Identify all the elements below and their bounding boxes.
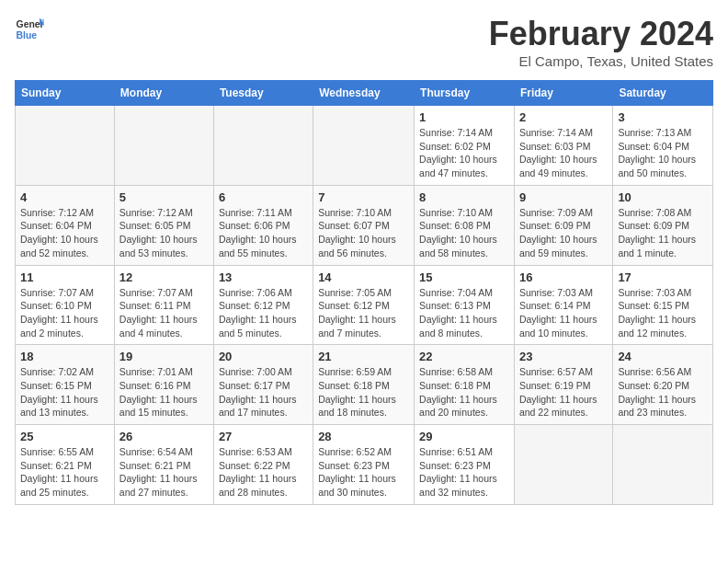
table-row: 8Sunrise: 7:10 AM Sunset: 6:08 PM Daylig… [415,185,515,265]
table-row: 3Sunrise: 7:13 AM Sunset: 6:04 PM Daylig… [613,106,713,186]
col-thursday: Thursday [415,81,515,106]
day-info: Sunrise: 6:56 AM Sunset: 6:20 PM Dayligh… [618,365,708,419]
calendar-subtitle: El Campo, Texas, United States [489,53,713,69]
table-row: 7Sunrise: 7:10 AM Sunset: 6:07 PM Daylig… [313,185,415,265]
logo-icon: General Blue [15,15,44,44]
day-info: Sunrise: 6:58 AM Sunset: 6:18 PM Dayligh… [419,365,509,419]
day-number: 11 [20,270,109,284]
table-row: 17Sunrise: 7:03 AM Sunset: 6:15 PM Dayli… [613,265,713,345]
table-row: 4Sunrise: 7:12 AM Sunset: 6:04 PM Daylig… [16,185,115,265]
day-number: 27 [219,430,308,443]
day-number: 29 [419,430,509,443]
calendar-header-row: Sunday Monday Tuesday Wednesday Thursday… [16,81,713,106]
table-row: 25Sunrise: 6:55 AM Sunset: 6:21 PM Dayli… [16,425,115,505]
day-info: Sunrise: 7:09 AM Sunset: 6:09 PM Dayligh… [519,206,608,260]
day-info: Sunrise: 7:12 AM Sunset: 6:04 PM Dayligh… [20,206,109,260]
day-info: Sunrise: 7:01 AM Sunset: 6:16 PM Dayligh… [119,365,209,419]
day-number: 2 [519,110,608,124]
calendar-week-row: 18Sunrise: 7:02 AM Sunset: 6:15 PM Dayli… [16,345,713,425]
day-number: 24 [618,350,708,363]
day-number: 26 [119,430,209,443]
table-row: 5Sunrise: 7:12 AM Sunset: 6:05 PM Daylig… [114,185,213,265]
col-tuesday: Tuesday [213,81,313,106]
day-info: Sunrise: 7:06 AM Sunset: 6:12 PM Dayligh… [219,286,308,340]
day-info: Sunrise: 6:59 AM Sunset: 6:18 PM Dayligh… [318,365,409,419]
day-info: Sunrise: 7:13 AM Sunset: 6:04 PM Dayligh… [618,126,708,180]
table-row: 13Sunrise: 7:06 AM Sunset: 6:12 PM Dayli… [213,265,313,345]
table-row: 12Sunrise: 7:07 AM Sunset: 6:11 PM Dayli… [114,265,213,345]
table-row: 10Sunrise: 7:08 AM Sunset: 6:09 PM Dayli… [613,185,713,265]
day-info: Sunrise: 6:52 AM Sunset: 6:23 PM Dayligh… [318,445,409,500]
table-row: 16Sunrise: 7:03 AM Sunset: 6:14 PM Dayli… [514,265,612,345]
day-info: Sunrise: 7:11 AM Sunset: 6:06 PM Dayligh… [219,206,308,260]
table-row: 9Sunrise: 7:09 AM Sunset: 6:09 PM Daylig… [514,185,612,265]
table-row: 18Sunrise: 7:02 AM Sunset: 6:15 PM Dayli… [16,345,115,425]
day-info: Sunrise: 6:51 AM Sunset: 6:23 PM Dayligh… [419,445,509,500]
calendar-title: February 2024 [489,15,713,53]
day-number: 5 [119,190,209,204]
day-number: 16 [519,270,608,284]
table-row: 14Sunrise: 7:05 AM Sunset: 6:12 PM Dayli… [313,265,415,345]
table-row [114,106,213,186]
day-number: 18 [20,350,109,363]
day-number: 1 [419,110,509,124]
day-info: Sunrise: 6:55 AM Sunset: 6:21 PM Dayligh… [20,445,109,500]
day-info: Sunrise: 7:08 AM Sunset: 6:09 PM Dayligh… [618,206,708,260]
day-info: Sunrise: 7:10 AM Sunset: 6:07 PM Dayligh… [318,206,409,260]
col-sunday: Sunday [16,81,115,106]
day-info: Sunrise: 7:00 AM Sunset: 6:17 PM Dayligh… [219,365,308,419]
calendar-table: Sunday Monday Tuesday Wednesday Thursday… [15,80,713,505]
day-info: Sunrise: 7:14 AM Sunset: 6:03 PM Dayligh… [519,126,608,180]
page-header: General Blue February 2024 El Campo, Tex… [15,15,713,69]
calendar-week-row: 4Sunrise: 7:12 AM Sunset: 6:04 PM Daylig… [16,185,713,265]
day-number: 4 [20,190,109,204]
day-info: Sunrise: 6:53 AM Sunset: 6:22 PM Dayligh… [219,445,308,500]
day-number: 21 [318,350,409,363]
day-number: 12 [119,270,209,284]
day-number: 8 [419,190,509,204]
day-info: Sunrise: 7:07 AM Sunset: 6:10 PM Dayligh… [20,286,109,340]
table-row: 11Sunrise: 7:07 AM Sunset: 6:10 PM Dayli… [16,265,115,345]
day-number: 10 [618,190,708,204]
day-info: Sunrise: 7:05 AM Sunset: 6:12 PM Dayligh… [318,286,409,340]
day-info: Sunrise: 7:03 AM Sunset: 6:15 PM Dayligh… [618,286,708,340]
logo: General Blue [15,15,44,44]
calendar-week-row: 1Sunrise: 7:14 AM Sunset: 6:02 PM Daylig… [16,106,713,186]
day-number: 17 [618,270,708,284]
title-area: February 2024 El Campo, Texas, United St… [489,15,713,69]
day-info: Sunrise: 7:12 AM Sunset: 6:05 PM Dayligh… [119,206,209,260]
table-row: 21Sunrise: 6:59 AM Sunset: 6:18 PM Dayli… [313,345,415,425]
calendar-week-row: 11Sunrise: 7:07 AM Sunset: 6:10 PM Dayli… [16,265,713,345]
col-saturday: Saturday [613,81,713,106]
day-number: 9 [519,190,608,204]
table-row: 28Sunrise: 6:52 AM Sunset: 6:23 PM Dayli… [313,425,415,505]
day-info: Sunrise: 7:02 AM Sunset: 6:15 PM Dayligh… [20,365,109,419]
day-number: 28 [318,430,409,443]
col-friday: Friday [514,81,612,106]
table-row: 29Sunrise: 6:51 AM Sunset: 6:23 PM Dayli… [415,425,515,505]
table-row [613,425,713,505]
table-row: 2Sunrise: 7:14 AM Sunset: 6:03 PM Daylig… [514,106,612,186]
day-info: Sunrise: 7:10 AM Sunset: 6:08 PM Dayligh… [419,206,509,260]
day-number: 6 [219,190,308,204]
table-row: 23Sunrise: 6:57 AM Sunset: 6:19 PM Dayli… [514,345,612,425]
table-row [16,106,115,186]
day-number: 14 [318,270,409,284]
day-number: 19 [119,350,209,363]
day-number: 13 [219,270,308,284]
table-row: 20Sunrise: 7:00 AM Sunset: 6:17 PM Dayli… [213,345,313,425]
table-row: 15Sunrise: 7:04 AM Sunset: 6:13 PM Dayli… [415,265,515,345]
day-info: Sunrise: 7:03 AM Sunset: 6:14 PM Dayligh… [519,286,608,340]
day-number: 25 [20,430,109,443]
day-number: 3 [618,110,708,124]
day-number: 22 [419,350,509,363]
day-number: 15 [419,270,509,284]
day-info: Sunrise: 7:14 AM Sunset: 6:02 PM Dayligh… [419,126,509,180]
table-row [313,106,415,186]
col-monday: Monday [114,81,213,106]
table-row: 6Sunrise: 7:11 AM Sunset: 6:06 PM Daylig… [213,185,313,265]
calendar-week-row: 25Sunrise: 6:55 AM Sunset: 6:21 PM Dayli… [16,425,713,505]
day-info: Sunrise: 7:07 AM Sunset: 6:11 PM Dayligh… [119,286,209,340]
table-row: 1Sunrise: 7:14 AM Sunset: 6:02 PM Daylig… [415,106,515,186]
day-info: Sunrise: 6:54 AM Sunset: 6:21 PM Dayligh… [119,445,209,500]
